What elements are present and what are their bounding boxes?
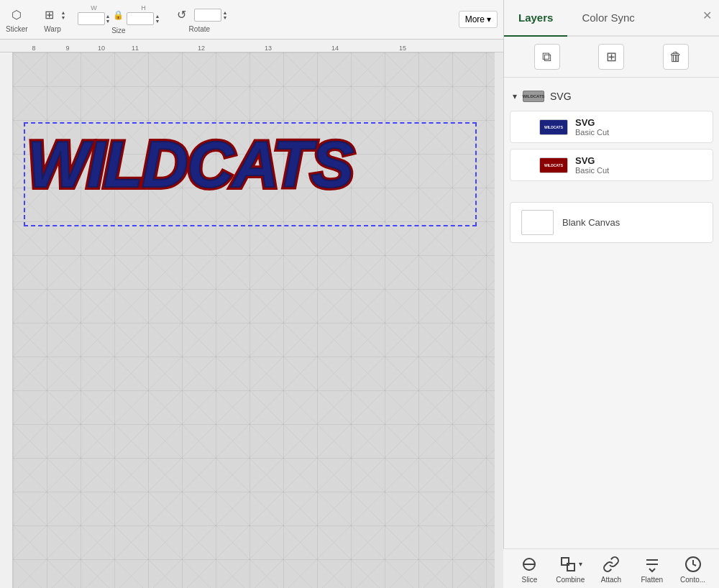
rotate-arrow[interactable]: ▲▼ xyxy=(222,10,227,20)
layer-2-subtype: Basic Cut xyxy=(575,166,609,175)
combine-button[interactable]: ▾ Combine xyxy=(554,554,587,584)
ruler-top: 8 9 10 11 12 13 14 15 xyxy=(0,40,503,52)
ruler-left xyxy=(0,52,13,588)
rotate-input[interactable] xyxy=(194,9,221,22)
layers-list: ▾ WILDCATS SVG WILDCATS SVG Basic Cut WI… xyxy=(504,78,719,191)
attach-icon xyxy=(601,554,621,574)
sticker-label: Sticker xyxy=(6,25,28,33)
height-arrow[interactable]: ▲▼ xyxy=(155,14,160,24)
delete-icon: 🗑 xyxy=(669,50,682,65)
layer-child-2[interactable]: WILDCATS SVG Basic Cut xyxy=(510,149,713,181)
rotate-icon: ↺ xyxy=(171,6,191,24)
blank-canvas-label: Blank Canvas xyxy=(562,217,620,228)
contour-button[interactable]: Conto... xyxy=(677,554,709,584)
panel-close-icon[interactable]: ✕ xyxy=(702,9,712,22)
ruler-mark-8: 8 xyxy=(32,45,35,52)
ruler-mark-9: 9 xyxy=(65,45,69,52)
combine-icon xyxy=(558,554,578,574)
layer-1-type: SVG xyxy=(575,117,609,128)
blank-canvas-item[interactable]: Blank Canvas xyxy=(510,202,713,243)
attach-button[interactable]: Attach xyxy=(595,554,627,584)
layer-parent-svg[interactable]: ▾ WILDCATS SVG xyxy=(504,85,719,108)
layer-chevron: ▾ xyxy=(513,91,517,101)
slice-label: Slice xyxy=(522,576,538,584)
width-arrow[interactable]: ▲▼ xyxy=(106,14,111,24)
duplicate-button[interactable]: ⧉ xyxy=(534,44,560,70)
delete-button[interactable]: 🗑 xyxy=(663,44,689,70)
contour-icon xyxy=(683,554,703,574)
flatten-label: Flatten xyxy=(641,576,663,584)
canvas-area[interactable]: WILDCATS WILDCATS xyxy=(13,52,495,588)
attach-label: Attach xyxy=(601,576,621,584)
copy-button[interactable]: ⊞ xyxy=(598,44,624,70)
panel-icons: ⧉ ⊞ 🗑 xyxy=(504,37,719,78)
rotate-group: ↺ ▲▼ Rotate xyxy=(171,6,227,33)
blank-canvas-thumb xyxy=(521,210,554,235)
size-group: W ▲▼ 🔒 H ▲▼ Size xyxy=(78,4,160,35)
width-input[interactable] xyxy=(78,12,105,25)
lock-icon[interactable]: 🔒 xyxy=(113,10,124,20)
duplicate-icon: ⧉ xyxy=(542,50,551,65)
flatten-button[interactable]: Flatten xyxy=(636,554,668,584)
slice-icon xyxy=(519,554,539,574)
warp-arrow[interactable]: ▲▼ xyxy=(61,10,66,20)
layer-2-info: SVG Basic Cut xyxy=(575,155,609,175)
wildcats-fill: WILDCATS xyxy=(27,128,352,202)
ruler-mark-13: 13 xyxy=(265,45,272,52)
more-label: More xyxy=(465,14,485,24)
warp-icon: ⊞ xyxy=(40,6,60,24)
layer-thumb-2: WILDCATS xyxy=(539,157,568,173)
wildcats-container[interactable]: WILDCATS WILDCATS xyxy=(27,128,473,221)
ruler-mark-11: 11 xyxy=(132,45,139,52)
layer-2-type: SVG xyxy=(575,155,609,166)
more-chevron: ▾ xyxy=(487,14,491,24)
flatten-icon xyxy=(642,554,662,574)
size-label: Size xyxy=(111,27,125,35)
copy-icon: ⊞ xyxy=(606,49,617,65)
warp-label: Warp xyxy=(44,25,61,33)
ruler-mark-10: 10 xyxy=(98,45,105,52)
tab-layers[interactable]: Layers xyxy=(504,0,567,35)
ruler-mark-15: 15 xyxy=(399,45,406,52)
layer-1-info: SVG Basic Cut xyxy=(575,117,609,137)
contour-label: Conto... xyxy=(680,576,705,584)
sticker-group: ⬡ Sticker xyxy=(6,6,28,33)
combine-label: Combine xyxy=(556,576,585,584)
layer-thumb-1: WILDCATS xyxy=(539,119,568,135)
layer-1-subtype: Basic Cut xyxy=(575,128,609,137)
warp-group: ⊞ ▲▼ Warp xyxy=(40,6,66,33)
panel-tabs: Layers Color Sync ✕ xyxy=(504,0,719,37)
combine-chevron: ▾ xyxy=(579,560,582,568)
ruler-mark-12: 12 xyxy=(198,45,205,52)
right-panel: Layers Color Sync ✕ ⧉ ⊞ 🗑 ▾ WILDCATS SVG xyxy=(503,0,719,588)
rotate-label: Rotate xyxy=(189,25,210,33)
bottom-toolbar: Slice ▾ Combine Attach xyxy=(503,548,719,588)
top-toolbar: ⬡ Sticker ⊞ ▲▼ Warp W ▲▼ 🔒 H ▲▼ xyxy=(0,0,503,40)
more-button[interactable]: More ▾ xyxy=(459,11,498,28)
ruler-mark-14: 14 xyxy=(331,45,339,52)
tab-color-sync[interactable]: Color Sync xyxy=(567,0,649,35)
layer-parent-thumb: WILDCATS xyxy=(523,91,544,102)
sticker-icon: ⬡ xyxy=(6,6,27,24)
height-input[interactable] xyxy=(127,12,154,25)
layer-parent-label: SVG xyxy=(550,91,572,102)
layer-child-1[interactable]: WILDCATS SVG Basic Cut xyxy=(510,111,713,143)
slice-button[interactable]: Slice xyxy=(513,554,546,584)
